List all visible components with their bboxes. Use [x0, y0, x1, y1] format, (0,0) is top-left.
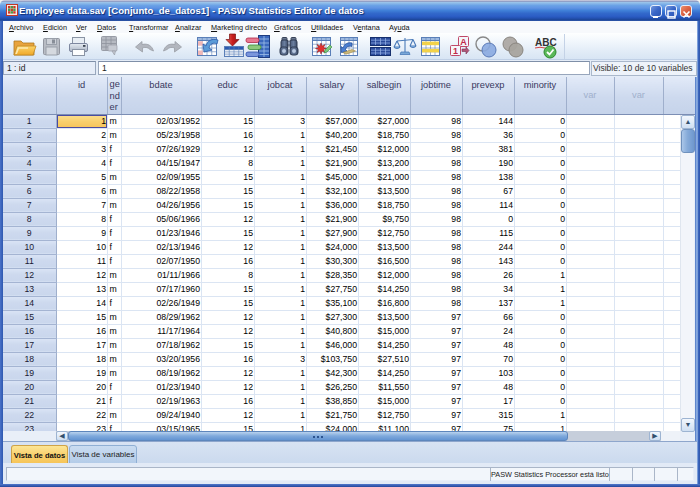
svg-text:A: A	[460, 37, 467, 47]
svg-text:ABC: ABC	[535, 37, 557, 48]
svg-text:1: 1	[453, 46, 458, 56]
